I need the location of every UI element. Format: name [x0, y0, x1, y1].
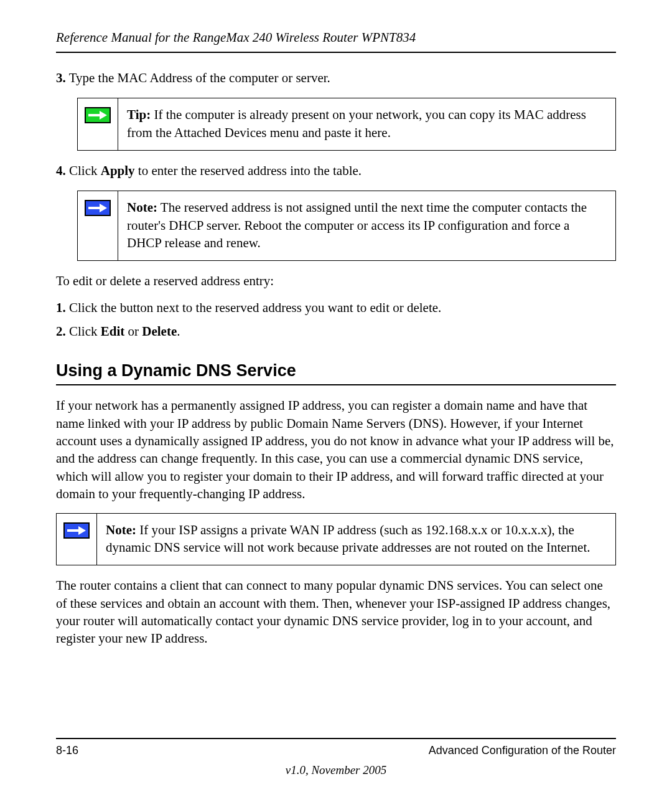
step-text-bold: Apply: [101, 163, 135, 178]
step-3: 3. Type the MAC Address of the computer …: [56, 69, 616, 87]
step-text-post: to enter the reserved address into the t…: [135, 163, 362, 178]
step-text-bold2: Delete: [142, 324, 177, 339]
step-text-pre: Click: [69, 324, 101, 339]
note-label: Note:: [106, 522, 136, 537]
step-text-post: .: [177, 324, 180, 339]
document-page: Reference Manual for the RangeMax 240 Wi…: [0, 0, 672, 807]
page-footer: 8-16 Advanced Configuration of the Route…: [56, 738, 616, 777]
tip-callout: Tip: If the computer is already present …: [77, 98, 616, 151]
steps-list-continued: 4. Click Apply to enter the reserved add…: [56, 162, 616, 179]
ddns-paragraph-1: If your network has a permanently assign…: [56, 397, 616, 503]
tip-text: Tip: If the computer is already present …: [118, 98, 615, 150]
footer-version: v1.0, November 2005: [56, 763, 616, 777]
step-number: 1.: [56, 300, 66, 315]
footer-section-title: Advanced Configuration of the Router: [429, 744, 616, 757]
edit-intro: To edit or delete a reserved address ent…: [56, 272, 616, 290]
step-number: 2.: [56, 324, 66, 339]
edit-step-1: 1. Click the button next to the reserved…: [56, 299, 616, 316]
tip-icon-cell: [78, 98, 118, 150]
step-number: 3.: [56, 70, 66, 85]
note-icon-cell: [57, 514, 97, 565]
note-text: Note: If your ISP assigns a private WAN …: [97, 514, 615, 565]
edit-step-2: 2. Click Edit or Delete.: [56, 323, 616, 340]
step-text: Click the button next to the reserved ad…: [69, 300, 441, 315]
ddns-paragraph-2: The router contains a client that can co…: [56, 577, 616, 647]
step-4: 4. Click Apply to enter the reserved add…: [56, 162, 616, 179]
note-label: Note:: [127, 200, 157, 215]
note-callout-2: Note: If your ISP assigns a private WAN …: [56, 513, 616, 566]
running-header: Reference Manual for the RangeMax 240 Wi…: [56, 30, 616, 53]
step-text: Type the MAC Address of the computer or …: [69, 70, 330, 85]
steps-list: 3. Type the MAC Address of the computer …: [56, 69, 616, 87]
note-callout-1: Note: The reserved address is not assign…: [77, 191, 616, 261]
edit-steps-list: 1. Click the button next to the reserved…: [56, 299, 616, 341]
note-body: If your ISP assigns a private WAN IP add…: [106, 522, 590, 555]
footer-row: 8-16 Advanced Configuration of the Route…: [56, 738, 616, 757]
step-text-mid: or: [124, 324, 142, 339]
step-text-bold1: Edit: [101, 324, 125, 339]
note-body: The reserved address is not assigned unt…: [127, 200, 587, 250]
arrow-right-icon: [63, 522, 90, 539]
arrow-right-icon: [85, 200, 111, 216]
section-heading: Using a Dynamic DNS Service: [56, 361, 616, 385]
note-text: Note: The reserved address is not assign…: [118, 191, 615, 260]
tip-body: If the computer is already present on yo…: [127, 107, 586, 139]
tip-label: Tip:: [127, 107, 151, 122]
step-number: 4.: [56, 163, 66, 178]
arrow-right-icon: [85, 107, 111, 123]
page-number: 8-16: [56, 744, 78, 757]
note-icon-cell: [78, 191, 118, 260]
step-text-pre: Click: [69, 163, 101, 178]
